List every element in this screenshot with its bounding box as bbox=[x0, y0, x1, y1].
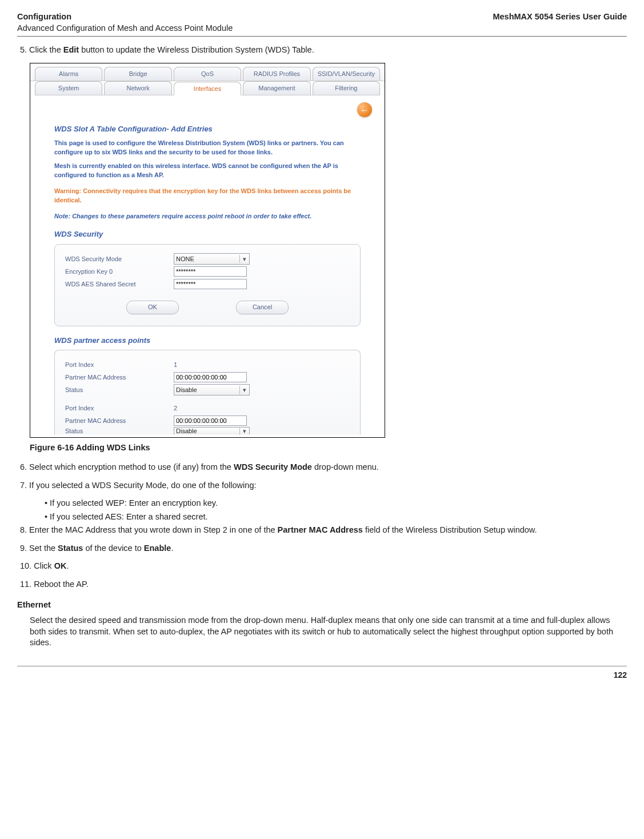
row-aes-secret: WDS AES Shared Secret bbox=[65, 278, 350, 290]
wds-aes-shared-secret-input[interactable] bbox=[174, 279, 247, 289]
step-10: 10. Click OK. bbox=[30, 561, 627, 572]
step-7: 7. If you selected a WDS Security Mode, … bbox=[30, 480, 627, 492]
row-security-mode: WDS Security Mode NONE ▾ bbox=[65, 253, 350, 265]
step-6: 6. Select which encryption method to use… bbox=[30, 462, 627, 473]
ok-button[interactable]: OK bbox=[126, 301, 179, 314]
bullet-wep: • If you selected WEP: Enter an encrypti… bbox=[53, 498, 627, 509]
row-port-1-index: Port Index 1 bbox=[65, 358, 350, 371]
wds-security-mode-select[interactable]: NONE ▾ bbox=[174, 253, 250, 265]
value-port-index-1: 1 bbox=[174, 361, 350, 369]
tab-qos[interactable]: QoS bbox=[174, 67, 241, 81]
wds-security-mode-value: NONE bbox=[176, 255, 194, 263]
bold-edit: Edit bbox=[63, 45, 79, 54]
label-status-1: Status bbox=[65, 386, 174, 394]
header-rule bbox=[17, 36, 627, 37]
section-title-wds-partners: WDS partner access points bbox=[54, 335, 361, 346]
tab-row-2: System Network Interfaces Management Fil… bbox=[30, 81, 385, 95]
step-11: 11. Reboot the AP. bbox=[30, 579, 627, 590]
warning-text: Warning: Connectivity requires that the … bbox=[54, 187, 361, 205]
section-title-add-entries: WDS Slot A Table Configuration- Add Entr… bbox=[54, 124, 361, 134]
footer-rule bbox=[17, 666, 627, 666]
tab-radius-profiles[interactable]: RADIUS Profiles bbox=[243, 67, 310, 81]
note-text: Note: Changes to these parameters requir… bbox=[54, 212, 361, 221]
screenshot-panel: Alarms Bridge QoS RADIUS Profiles SSID/V… bbox=[30, 63, 385, 438]
step-10-text-a: 10. Click bbox=[20, 561, 54, 570]
button-row: OK Cancel bbox=[65, 301, 350, 314]
label-partner-mac-2: Partner MAC Address bbox=[65, 417, 174, 425]
ethernet-paragraph: Select the desired speed and transmissio… bbox=[30, 615, 627, 649]
tab-interfaces[interactable]: Interfaces bbox=[174, 82, 241, 96]
tab-alarms[interactable]: Alarms bbox=[35, 67, 102, 81]
step-6-text-b: drop-down menu. bbox=[312, 462, 379, 472]
step-8-text-a: 8. Enter the MAC Address that you wrote … bbox=[20, 525, 278, 534]
wds-partners-panel: Port Index 1 Partner MAC Address Status … bbox=[54, 350, 361, 435]
cancel-button[interactable]: Cancel bbox=[236, 301, 289, 314]
label-aes-secret: WDS AES Shared Secret bbox=[65, 280, 174, 289]
status-2-value: Disable bbox=[176, 427, 197, 435]
tab-management[interactable]: Management bbox=[243, 81, 310, 95]
header-subtitle: Advanced Configuration of Mesh and Acces… bbox=[17, 23, 233, 34]
label-port-index-2: Port Index bbox=[65, 404, 174, 413]
partner-mac-2-input[interactable] bbox=[174, 415, 247, 426]
chevron-down-icon: ▾ bbox=[239, 386, 249, 394]
step-9-text-c: . bbox=[171, 544, 173, 553]
label-encryption-key: Encryption Key 0 bbox=[65, 267, 174, 276]
label-partner-mac-1: Partner MAC Address bbox=[65, 373, 174, 382]
screenshot-content: ← WDS Slot A Table Configuration- Add En… bbox=[30, 95, 385, 437]
label-port-index-1: Port Index bbox=[65, 361, 174, 369]
description-1: This page is used to configure the Wirel… bbox=[54, 139, 361, 157]
back-arrow-icon: ← bbox=[360, 104, 369, 117]
back-button[interactable]: ← bbox=[357, 102, 372, 117]
status-1-select[interactable]: Disable ▾ bbox=[174, 384, 250, 395]
tab-row-1: Alarms Bridge QoS RADIUS Profiles SSID/V… bbox=[30, 63, 385, 81]
tab-filtering[interactable]: Filtering bbox=[313, 81, 380, 95]
page-number: 122 bbox=[17, 670, 627, 681]
tab-bridge[interactable]: Bridge bbox=[104, 67, 171, 81]
bold-status: Status bbox=[58, 544, 83, 553]
label-status-2: Status bbox=[65, 427, 174, 435]
label-security-mode: WDS Security Mode bbox=[65, 255, 174, 263]
header-title: Configuration bbox=[17, 11, 233, 23]
step-5-text-b: button to update the Wireless Distributi… bbox=[79, 45, 314, 54]
chevron-down-icon: ▾ bbox=[239, 255, 249, 263]
description-2: Mesh is currently enabled on this wirele… bbox=[54, 162, 361, 180]
step-8-text-b: field of the Wireless Distribution Setup… bbox=[363, 525, 537, 534]
row-port-1-status: Status Disable ▾ bbox=[65, 383, 350, 396]
tab-ssid-vlan-security[interactable]: SSID/VLAN/Security bbox=[313, 67, 380, 81]
tab-system[interactable]: System bbox=[35, 81, 102, 95]
status-2-select[interactable]: Disable ▾ bbox=[174, 427, 250, 434]
tab-network[interactable]: Network bbox=[104, 81, 171, 95]
page-header: Configuration Advanced Configuration of … bbox=[17, 11, 627, 34]
status-1-value: Disable bbox=[176, 386, 197, 394]
bold-wds-mode: WDS Security Mode bbox=[234, 462, 312, 472]
bold-partner-mac: Partner MAC Address bbox=[278, 525, 363, 534]
bullet-aes: • If you selected AES: Enter a shared se… bbox=[53, 512, 627, 523]
row-port-2-mac: Partner MAC Address bbox=[65, 414, 350, 427]
row-encryption-key: Encryption Key 0 bbox=[65, 265, 350, 278]
step-9-text-a: 9. Set the bbox=[20, 544, 58, 553]
header-guide: MeshMAX 5054 Series User Guide bbox=[493, 11, 627, 34]
encryption-key-0-input[interactable] bbox=[174, 266, 247, 277]
figure-caption: Figure 6-16 Adding WDS Links bbox=[30, 442, 627, 454]
step-9-text-b: of the device to bbox=[83, 544, 143, 553]
bold-ok: OK bbox=[54, 561, 67, 570]
ethernet-heading: Ethernet bbox=[17, 600, 627, 611]
partner-mac-1-input[interactable] bbox=[174, 372, 247, 382]
step-8: 8. Enter the MAC Address that you wrote … bbox=[30, 525, 627, 536]
section-title-wds-security: WDS Security bbox=[54, 229, 361, 239]
step-5-text-a: 5. Click the bbox=[20, 45, 63, 54]
row-port-1-mac: Partner MAC Address bbox=[65, 371, 350, 383]
wds-security-panel: WDS Security Mode NONE ▾ Encryption Key … bbox=[54, 244, 361, 326]
step-6-text-a: 6. Select which encryption method to use… bbox=[20, 462, 234, 472]
step-10-text-b: . bbox=[66, 561, 69, 570]
value-port-index-2: 2 bbox=[174, 404, 350, 413]
row-port-2-status: Status Disable ▾ bbox=[65, 427, 350, 435]
chevron-down-icon: ▾ bbox=[239, 427, 249, 435]
bold-enable: Enable bbox=[144, 544, 171, 553]
step-9: 9. Set the Status of the device to Enabl… bbox=[30, 543, 627, 554]
step-5: 5. Click the Edit button to update the W… bbox=[30, 45, 627, 56]
row-port-2-index: Port Index 2 bbox=[65, 402, 350, 414]
